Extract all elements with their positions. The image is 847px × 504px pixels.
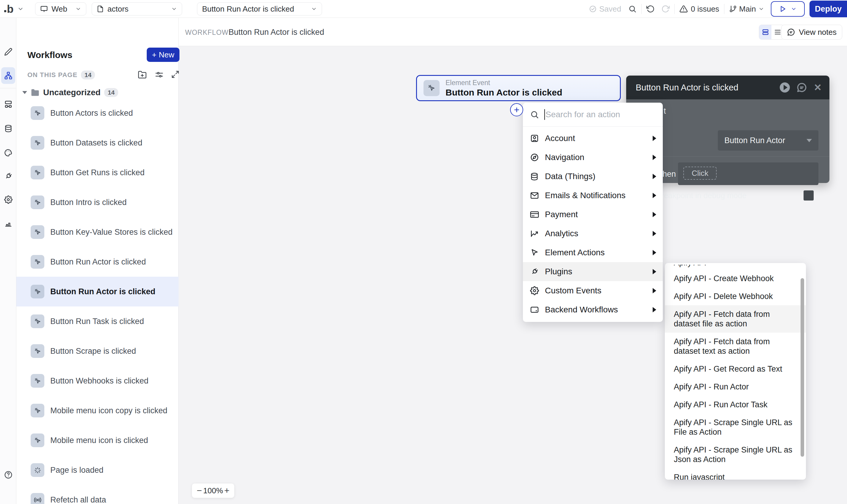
folder-name: Uncategorized: [43, 88, 101, 97]
redo-icon: [661, 5, 670, 13]
plug-icon: [4, 172, 13, 181]
issues-button[interactable]: 0 issues: [680, 4, 719, 14]
submenu-item[interactable]: Apify API - Create Webhook: [665, 270, 806, 287]
submenu-item[interactable]: Apify API - Scrape Single URL as File as…: [665, 414, 806, 441]
submenu-item-partial[interactable]: Apify API: [665, 265, 806, 270]
workflow-list-item[interactable]: Button Run Actor is clicked: [16, 247, 179, 277]
when-input[interactable]: Click: [678, 162, 818, 185]
workflow-header-label: WORKFLOW:: [185, 29, 231, 37]
close-icon[interactable]: ✕: [814, 83, 822, 92]
menu-item-backend-workflows[interactable]: Backend Workflows: [523, 300, 663, 319]
rail-item-data[interactable]: [0, 120, 16, 137]
menu-item-custom-events[interactable]: Custom Events: [523, 281, 663, 300]
git-branch-icon: [729, 5, 737, 13]
database-icon: [4, 124, 13, 133]
search-button[interactable]: [628, 5, 636, 13]
plug-icon: [530, 267, 539, 276]
workflow-header-title: Button Run Actor is clicked: [229, 28, 324, 37]
workflow-list-item[interactable]: Button Key-Value Stores is clicked: [16, 217, 179, 247]
chevron-right-icon: [653, 288, 656, 293]
scrollbar[interactable]: [800, 278, 804, 457]
action-search-row[interactable]: [523, 103, 663, 126]
rail-item-components[interactable]: [0, 96, 16, 112]
when-chip[interactable]: Click: [683, 167, 717, 180]
menu-item-element-actions[interactable]: Element Actions: [523, 243, 663, 262]
workflow-list-item[interactable]: Mobile menu icon is clicked: [16, 426, 179, 455]
workflow-list-item[interactable]: Button Intro is clicked: [16, 187, 179, 217]
workflow-list-item[interactable]: Button Datasets is clicked: [16, 128, 179, 158]
deploy-button[interactable]: Deploy: [810, 1, 847, 17]
event-card[interactable]: Element Event Button Run Actor is clicke…: [416, 75, 621, 101]
workflow-list-item[interactable]: Button Actors is clicked: [16, 98, 179, 128]
menu-item-plugins[interactable]: Plugins: [523, 262, 663, 281]
workflow-list-item[interactable]: Mobile menu icon copy is clicked: [16, 396, 179, 426]
submenu-item[interactable]: Apify API - Scrape Single URL as Json as…: [665, 441, 806, 468]
rail-item-styles[interactable]: [0, 144, 16, 161]
zoom-out-button[interactable]: −: [197, 486, 202, 496]
properties-header[interactable]: Button Run Actor is clicked ✕: [626, 76, 829, 100]
click-event-icon: [31, 344, 44, 358]
new-workflow-button[interactable]: + New: [147, 48, 179, 62]
menu-item-data-things[interactable]: Data (Things): [523, 167, 663, 186]
expand-button[interactable]: [171, 70, 179, 78]
breakpoint-checkbox[interactable]: [804, 191, 814, 200]
menu-item-account[interactable]: Account: [523, 129, 663, 148]
rail-item-plugins[interactable]: [0, 168, 16, 184]
panel-title: Workflows: [28, 50, 72, 60]
branch-selector[interactable]: Main: [729, 4, 764, 14]
preview-button[interactable]: [771, 1, 805, 17]
comment-icon[interactable]: [796, 82, 807, 93]
undo-button[interactable]: [646, 5, 655, 13]
submenu-item[interactable]: Apify API - Run Actor: [665, 378, 806, 396]
submenu-item[interactable]: Apify API - Fetch data from dataset text…: [665, 332, 806, 360]
rail-item-logs[interactable]: [0, 215, 16, 232]
submenu-item[interactable]: Apify API - Delete Webhook: [665, 287, 806, 305]
menu-item-payment[interactable]: Payment: [523, 205, 663, 224]
filter-button[interactable]: [155, 70, 164, 79]
menu-item-emails-notifications[interactable]: Emails & Notifications: [523, 186, 663, 205]
page-loaded-icon: [31, 463, 44, 477]
workflow-list-item[interactable]: Button Get Runs is clicked: [16, 158, 179, 187]
issues-label: 0 issues: [691, 4, 719, 14]
gear-icon: [530, 286, 539, 295]
rail-item-design[interactable]: [0, 43, 16, 60]
action-search-input[interactable]: [545, 110, 659, 119]
workflow-list-item[interactable]: Button Scrape is clicked: [16, 336, 179, 366]
workflow-dropdown[interactable]: Button Run Actor is clicked: [197, 2, 322, 16]
gear-icon: [4, 196, 13, 204]
save-status: Saved: [589, 4, 621, 14]
folder-icon: [31, 88, 40, 97]
submenu-item[interactable]: Run javascript: [665, 468, 806, 480]
workflow-list-item[interactable]: Button Webhooks is clicked: [16, 366, 179, 396]
rail-item-settings[interactable]: [0, 191, 16, 208]
zoom-in-button[interactable]: +: [224, 486, 230, 496]
chevron-down-icon: [758, 6, 764, 12]
add-action-button[interactable]: +: [510, 103, 523, 116]
view-notes-button[interactable]: View notes: [781, 25, 842, 40]
workflow-list-item[interactable]: Page is loaded: [16, 455, 179, 485]
bubble-logo-menu[interactable]: b: [4, 4, 29, 15]
menu-item-analytics[interactable]: Analytics: [523, 224, 663, 243]
help-button[interactable]: [0, 467, 16, 483]
submenu-item[interactable]: Apify API - Get Record as Text: [665, 360, 806, 378]
workflow-list-item[interactable]: Refetch all data: [16, 485, 179, 504]
menu-item-navigation[interactable]: Navigation: [523, 148, 663, 167]
workflow-list-item-selected[interactable]: Button Run Actor is clicked: [16, 277, 179, 306]
check-circle-icon: [589, 5, 597, 13]
submenu-item-highlighted[interactable]: Apify API - Fetch data from dataset file…: [665, 305, 806, 332]
chevron-right-icon: [653, 307, 656, 312]
platform-dropdown[interactable]: Web: [35, 2, 86, 16]
add-folder-button[interactable]: [138, 70, 147, 79]
run-icon[interactable]: [780, 83, 790, 92]
folder-row-uncategorized[interactable]: Uncategorized 14: [22, 86, 118, 100]
chevron-right-icon: [653, 250, 656, 255]
play-icon: [779, 5, 787, 13]
redo-button[interactable]: [661, 5, 670, 13]
cards-view-button[interactable]: [759, 25, 771, 39]
workflow-list-item[interactable]: Button Run Task is clicked: [16, 306, 179, 336]
submenu-item[interactable]: Apify API - Run Actor Task: [665, 396, 806, 414]
element-select[interactable]: Button Run Actor: [718, 130, 818, 150]
rail-item-workflows[interactable]: [0, 67, 16, 84]
database-icon: [530, 172, 539, 181]
page-dropdown[interactable]: actors: [92, 2, 182, 16]
